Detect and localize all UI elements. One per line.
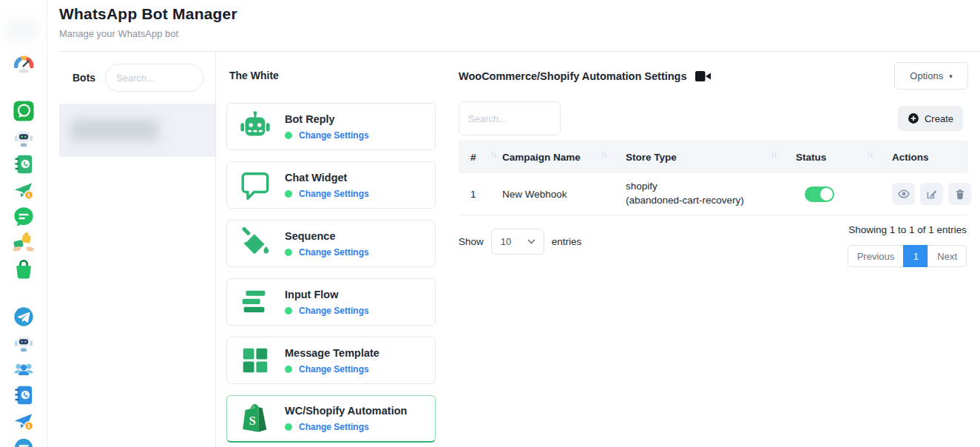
telegram-icon[interactable] — [13, 306, 35, 328]
bot-name-redacted — [71, 119, 158, 141]
module-card-wc-shopify-automation[interactable]: S WC/Shopify Automation Change Settings — [226, 395, 436, 443]
bots-panel: Bots — [59, 52, 216, 447]
eye-icon — [897, 187, 910, 201]
edit-button[interactable] — [920, 183, 943, 205]
caret-down-icon: ▾ — [949, 73, 953, 80]
module-card-input-flow[interactable]: Input Flow Change Settings — [226, 278, 436, 326]
create-button[interactable]: Create — [898, 106, 963, 131]
create-button-label: Create — [925, 113, 953, 124]
edit-pencil-icon — [925, 188, 938, 201]
shopify-bag-icon: S — [238, 402, 272, 436]
module-title: Input Flow — [285, 289, 369, 300]
page-title: WhatsApp Bot Manager — [59, 0, 980, 23]
settings-title: WooCommerce/Shopify Automation Settings — [459, 70, 687, 82]
page-size-select[interactable]: 10 — [491, 229, 544, 255]
enabled-dot — [285, 366, 292, 373]
sort-icon[interactable]: ↑↓ — [601, 150, 606, 158]
current-page-button[interactable]: 1 — [903, 245, 928, 267]
row-number-cell: 1 — [470, 189, 502, 200]
change-settings-link[interactable]: Change Settings — [299, 422, 369, 432]
page-subtitle: Manage your WhatsApp bot — [59, 28, 980, 39]
app-logo-blurred — [6, 21, 37, 40]
sort-icon[interactable]: ↑↓ — [490, 150, 496, 158]
column-header-number[interactable]: # ↑↓ — [470, 152, 502, 163]
delete-button[interactable] — [948, 183, 971, 205]
contacts-book-blue-icon[interactable] — [13, 384, 35, 406]
svg-text:1: 1 — [27, 192, 31, 198]
previous-page-button[interactable]: Previous — [848, 245, 905, 267]
options-button[interactable]: Options ▾ — [894, 62, 968, 90]
entries-label: entries — [552, 236, 582, 247]
send-campaign-green-icon[interactable]: 1 — [13, 179, 35, 201]
column-header-status[interactable]: Status ↑↓ — [796, 152, 892, 163]
enabled-dot — [285, 190, 292, 198]
column-header-campaign-name[interactable]: Campaign Name ↑↓ — [502, 152, 626, 163]
bot-list-item-selected[interactable] — [59, 104, 215, 157]
plus-circle-icon — [908, 112, 919, 124]
chat-bubble-green-icon[interactable] — [13, 206, 35, 228]
status-toggle-on[interactable] — [805, 186, 834, 202]
robot-icon — [238, 110, 272, 144]
sort-icon[interactable]: ↑↓ — [867, 150, 873, 158]
bots-panel-header: Bots — [59, 52, 215, 104]
send-campaign-blue-icon[interactable]: 1 — [13, 410, 35, 432]
module-card-chat-widget[interactable]: Chat Widget Change Settings — [226, 161, 436, 209]
svg-text:S: S — [249, 414, 256, 428]
bots-search-input[interactable] — [105, 64, 203, 92]
status-cell — [796, 186, 892, 202]
showing-entries-text: Showing 1 to 1 of 1 entries — [848, 224, 967, 235]
change-settings-link[interactable]: Change Settings — [299, 364, 369, 374]
table-search-input[interactable] — [459, 101, 561, 135]
page-size-control: Show 10 entries — [459, 229, 581, 255]
paint-bucket-icon — [238, 226, 272, 261]
automation-settings-panel: WooCommerce/Shopify Automation Settings … — [447, 52, 980, 447]
robot-green-icon[interactable] — [13, 127, 35, 149]
store-type-cell: shopify (abandoned-cart-recovery) — [626, 180, 796, 208]
shopping-bag-icon[interactable] — [13, 258, 35, 280]
campaign-name-cell: New Webhook — [502, 189, 626, 200]
pagination: Previous 1 Next — [848, 245, 967, 267]
video-tutorial-icon[interactable] — [695, 70, 712, 82]
selected-bot-name: The White — [229, 70, 436, 81]
bot-modules-panel: The White Bot Reply Change Settings Chat… — [216, 52, 447, 447]
list-bars-icon — [238, 285, 272, 319]
module-card-sequence[interactable]: Sequence Change Settings — [226, 220, 436, 267]
enabled-dot — [285, 132, 292, 139]
trash-icon — [954, 188, 966, 201]
whatsapp-bot-manager-app: 1 1 WhatsApp Bot Manager — [0, 0, 980, 447]
table-row: 1 New Webhook shopify (abandoned-cart-re… — [459, 173, 968, 215]
module-title: Message Template — [285, 347, 379, 359]
team-group-blue-icon[interactable] — [13, 357, 35, 380]
column-header-store-type[interactable]: Store Type ↑↓ — [626, 152, 796, 163]
contacts-book-green-icon[interactable] — [13, 153, 35, 175]
chevron-down-icon — [527, 239, 535, 244]
module-title: Chat Widget — [285, 172, 369, 184]
svg-text:1: 1 — [27, 423, 31, 429]
next-page-button[interactable]: Next — [927, 245, 967, 267]
module-card-bot-reply[interactable]: Bot Reply Change Settings — [226, 103, 436, 150]
change-settings-link[interactable]: Change Settings — [299, 306, 369, 316]
change-settings-link[interactable]: Change Settings — [299, 130, 369, 141]
chat-bubble-blue-partial-icon[interactable] — [13, 437, 35, 447]
sort-icon[interactable]: ↑↓ — [771, 150, 777, 158]
change-settings-link[interactable]: Change Settings — [299, 189, 369, 199]
actions-cell — [892, 183, 971, 205]
module-title: Sequence — [285, 230, 369, 242]
module-title: Bot Reply — [285, 113, 369, 125]
enabled-dot — [285, 307, 292, 315]
grid-squares-icon — [238, 343, 272, 377]
module-title: WC/Shopify Automation — [285, 405, 407, 417]
robot-blue-icon[interactable] — [13, 332, 35, 354]
enabled-dot — [285, 249, 292, 256]
options-button-label: Options — [910, 70, 943, 81]
page-header: WhatsApp Bot Manager Manage your WhatsAp… — [59, 0, 980, 52]
whatsapp-icon[interactable] — [13, 100, 35, 122]
enabled-dot — [285, 423, 292, 431]
app-icon-rail: 1 1 — [0, 0, 47, 447]
module-card-message-template[interactable]: Message Template Change Settings — [226, 337, 436, 384]
integration-hands-puzzle-icon[interactable] — [13, 232, 35, 254]
change-settings-link[interactable]: Change Settings — [299, 247, 369, 258]
table-header-row: # ↑↓ Campaign Name ↑↓ Store Type ↑↓ Stat… — [459, 141, 968, 173]
view-button[interactable] — [892, 183, 915, 205]
dashboard-gauge-icon[interactable] — [13, 54, 35, 76]
